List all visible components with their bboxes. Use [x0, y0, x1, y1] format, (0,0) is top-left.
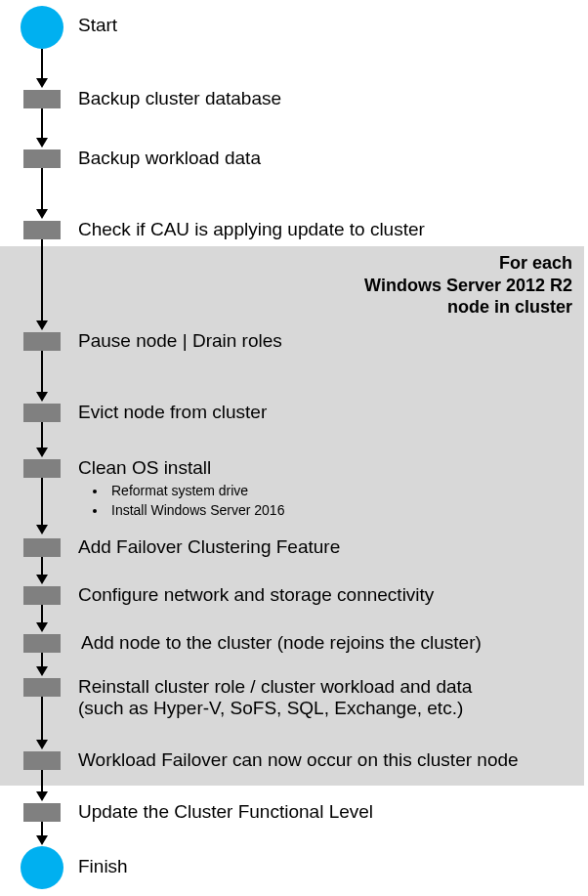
- arrow-line: [41, 653, 43, 666]
- step-box: [23, 221, 61, 239]
- arrow-line: [41, 422, 43, 448]
- step-backup-cluster-db: Backup cluster database: [78, 88, 281, 109]
- arrow-down-icon: [36, 320, 48, 330]
- arrow-down-icon: [36, 448, 48, 457]
- arrow-down-icon: [36, 209, 48, 219]
- step-configure-network-storage: Configure network and storage connectivi…: [78, 584, 434, 606]
- step-add-failover-feature: Add Failover Clustering Feature: [78, 536, 340, 558]
- step-reinstall-role-line1: Reinstall cluster role / cluster workloa…: [78, 676, 472, 697]
- arrow-line: [41, 478, 43, 525]
- step-box: [23, 90, 61, 108]
- loop-header: For each Windows Server 2012 R2 node in …: [0, 252, 572, 319]
- arrow-line: [41, 168, 43, 209]
- start-label: Start: [78, 15, 117, 36]
- arrow-line: [41, 605, 43, 622]
- step-box: [23, 538, 61, 557]
- bullet-reformat: Reformat system drive: [107, 483, 284, 498]
- step-evict-node: Evict node from cluster: [78, 402, 267, 423]
- loop-header-line2: Windows Server 2012 R2: [364, 276, 572, 295]
- arrow-line: [41, 697, 43, 740]
- arrow-down-icon: [36, 78, 48, 88]
- arrow-down-icon: [36, 575, 48, 584]
- arrow-down-icon: [36, 525, 48, 534]
- arrow-down-icon: [36, 835, 48, 845]
- step-box: [23, 332, 61, 351]
- step-pause-drain: Pause node | Drain roles: [78, 330, 282, 352]
- arrow-line: [41, 49, 43, 78]
- finish-circle: [21, 846, 63, 889]
- arrow-down-icon: [36, 138, 48, 148]
- arrow-down-icon: [36, 791, 48, 801]
- arrow-line: [41, 239, 43, 320]
- arrow-down-icon: [36, 392, 48, 402]
- arrow-line: [41, 822, 43, 835]
- finish-label: Finish: [78, 856, 128, 877]
- step-box: [23, 459, 61, 478]
- loop-header-line1: For each: [499, 253, 572, 273]
- arrow-line: [41, 351, 43, 392]
- arrow-down-icon: [36, 666, 48, 676]
- step-box: [23, 586, 61, 605]
- arrow-line: [41, 557, 43, 575]
- step-add-node-rejoin: Add node to the cluster (node rejoins th…: [81, 632, 482, 654]
- step-workload-failover: Workload Failover can now occur on this …: [78, 749, 519, 771]
- clean-os-bullets: Reformat system drive Install Windows Se…: [90, 483, 284, 522]
- step-box: [23, 751, 61, 770]
- step-box: [23, 149, 61, 168]
- step-backup-workload: Backup workload data: [78, 148, 261, 169]
- arrow-down-icon: [36, 622, 48, 632]
- arrow-down-icon: [36, 740, 48, 749]
- step-clean-os: Clean OS install: [78, 457, 211, 479]
- step-reinstall-role: Reinstall cluster role / cluster workloa…: [78, 676, 567, 719]
- step-box: [23, 404, 61, 422]
- step-box: [23, 634, 61, 653]
- arrow-line: [41, 770, 43, 791]
- start-circle: [21, 6, 63, 49]
- step-box: [23, 678, 61, 697]
- step-box: [23, 803, 61, 822]
- step-reinstall-role-line2: (such as Hyper-V, SoFS, SQL, Exchange, e…: [78, 698, 463, 718]
- step-check-cau: Check if CAU is applying update to clust…: [78, 219, 425, 240]
- loop-header-line3: node in cluster: [447, 297, 572, 317]
- step-update-functional-level: Update the Cluster Functional Level: [78, 801, 373, 823]
- arrow-line: [41, 108, 43, 138]
- bullet-install-ws2016: Install Windows Server 2016: [107, 502, 284, 518]
